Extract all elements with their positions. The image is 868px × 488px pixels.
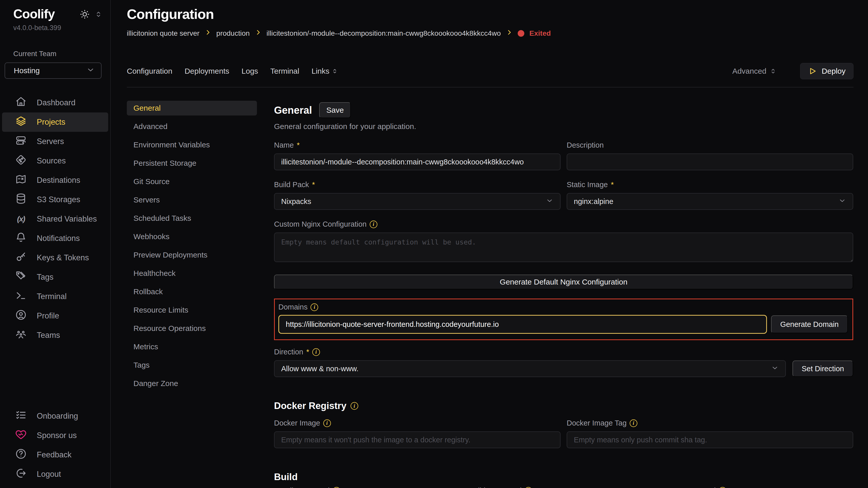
subnav-item-general[interactable]: General [127,101,257,116]
chevrons-up-down-icon [770,68,777,75]
info-icon[interactable]: i [311,303,318,311]
server-icon [15,135,27,148]
subnav-item-servers[interactable]: Servers [127,193,257,207]
tabbar: Configuration Deployments Logs Terminal … [127,63,854,88]
sidebar-item-sponsor-us[interactable]: Sponsor us [2,426,108,445]
docker-image-input[interactable] [274,431,561,448]
sidebar-item-label: Dashboard [37,98,75,107]
subnav-item-tags[interactable]: Tags [127,358,257,372]
team-select-value: Hosting [14,66,40,75]
sidebar-item-logout[interactable]: Logout [2,464,108,484]
advanced-selector[interactable]: Advanced [732,67,776,75]
subnav-item-git-source[interactable]: Git Source [127,174,257,189]
status-badge: Exited [529,29,551,37]
custom-nginx-label: Custom Nginx Configuration i [274,220,853,228]
sidebar-item-profile[interactable]: Profile [2,306,108,326]
section-subtitle: General configuration for your applicati… [274,122,853,131]
subnav-item-advanced[interactable]: Advanced [127,119,257,134]
build-pack-select[interactable]: Nixpacks [274,193,561,210]
subnav-item-healthcheck[interactable]: Healthcheck [127,266,257,281]
info-icon[interactable]: i [370,221,377,228]
info-icon[interactable]: i [525,487,532,488]
page-title: Configuration [127,6,854,22]
subnav-item-persistent-storage[interactable]: Persistent Storage [127,156,257,170]
docker-image-tag-input[interactable] [567,431,853,448]
sidebar-item-tags[interactable]: Tags [2,267,108,287]
sidebar-item-dashboard[interactable]: Dashboard [2,93,108,112]
static-image-select[interactable]: nginx:alpine [567,193,853,210]
tab-links[interactable]: Links [312,67,338,75]
sidebar-item-notifications[interactable]: Notifications [2,229,108,248]
sidebar-item-label: Logout [37,469,61,479]
direction-value: Allow www & non-www. [281,365,359,373]
generate-domain-button[interactable]: Generate Domain [771,315,848,333]
generate-nginx-button[interactable]: Generate Default Nginx Configuration [274,274,853,289]
sidebar-item-keys-tokens[interactable]: Keys & Tokens [2,248,108,267]
info-icon[interactable]: i [630,419,637,427]
help-circle-icon [15,448,27,461]
description-input[interactable] [567,154,853,170]
theme-selector-chevrons-icon[interactable] [94,10,102,19]
current-team-label: Current Team [0,32,110,58]
info-icon[interactable]: i [350,402,358,410]
subnav-item-environment-variables[interactable]: Environment Variables [127,137,257,152]
sidebar-item-servers[interactable]: Servers [2,132,108,151]
tag-icon [15,270,27,284]
sidebar-item-label: Terminal [37,292,67,301]
subnav-item-resource-operations[interactable]: Resource Operations [127,321,257,336]
sidebar-item-terminal[interactable]: Terminal [2,287,108,306]
info-icon[interactable]: i [719,487,726,488]
subnav-item-scheduled-tasks[interactable]: Scheduled Tasks [127,211,257,226]
section-heading-general: General [274,104,312,116]
tab-logs[interactable]: Logs [242,67,258,75]
direction-select[interactable]: Allow www & non-www. [274,360,786,377]
sidebar-item-s3-storages[interactable]: S3 Storages [2,190,108,209]
custom-nginx-textarea[interactable] [274,232,853,262]
subnav-item-preview-deployments[interactable]: Preview Deployments [127,248,257,262]
sidebar-item-feedback[interactable]: Feedback [2,445,108,464]
docker-image-tag-label: Docker Image Tag i [567,419,853,427]
subnav-item-resource-limits[interactable]: Resource Limits [127,303,257,318]
chevron-down-icon [838,197,846,206]
sidebar-item-sources[interactable]: Sources [2,151,108,170]
description-label: Description [567,141,853,150]
variable-icon: (x) [15,215,27,223]
info-icon[interactable]: i [323,419,331,427]
layers-icon [15,116,27,129]
status-dot-icon [518,30,524,37]
set-direction-button[interactable]: Set Direction [793,360,853,377]
subnav-item-danger-zone[interactable]: Danger Zone [127,376,257,391]
tab-deployments[interactable]: Deployments [184,67,229,75]
sidebar-item-shared-variables[interactable]: (x) Shared Variables [2,209,108,229]
users-icon [15,329,27,342]
sidebar-item-teams[interactable]: Teams [2,326,108,345]
domains-input[interactable] [278,315,767,334]
sidebar-item-label: Shared Variables [37,215,97,224]
subnav-item-rollback[interactable]: Rollback [127,284,257,299]
breadcrumb-application[interactable]: illicitestonion/-module--decomposition:m… [267,29,501,37]
chevrons-up-down-icon [332,68,338,74]
tab-configuration[interactable]: Configuration [127,67,172,75]
sidebar-item-label: Projects [37,118,65,127]
sidebar-item-label: Notifications [37,234,80,243]
install-command-label: Install Command i [274,486,463,488]
chevron-down-icon [771,364,779,373]
team-select[interactable]: Hosting [5,62,101,79]
deploy-button[interactable]: Deploy [800,63,854,79]
info-icon[interactable]: i [333,487,340,488]
sidebar-item-destinations[interactable]: Destinations [2,170,108,190]
breadcrumb-project[interactable]: illicitonion quote server [127,29,199,37]
sidebar-item-projects[interactable]: Projects [2,112,108,132]
static-image-label: Static Image* [567,181,853,189]
save-button[interactable]: Save [319,102,351,118]
sidebar-item-onboarding[interactable]: Onboarding [2,406,108,426]
domains-label: Domains i [278,303,848,311]
breadcrumb-environment[interactable]: production [216,29,250,37]
app-root: Coolify v4.0.0-beta.399 Current Team Hos… [0,0,868,488]
subnav-item-webhooks[interactable]: Webhooks [127,229,257,244]
tab-terminal[interactable]: Terminal [271,67,299,75]
name-input[interactable] [274,154,561,170]
subnav-item-metrics[interactable]: Metrics [127,339,257,354]
info-icon[interactable]: i [312,348,320,356]
theme-sun-icon[interactable] [80,9,90,20]
